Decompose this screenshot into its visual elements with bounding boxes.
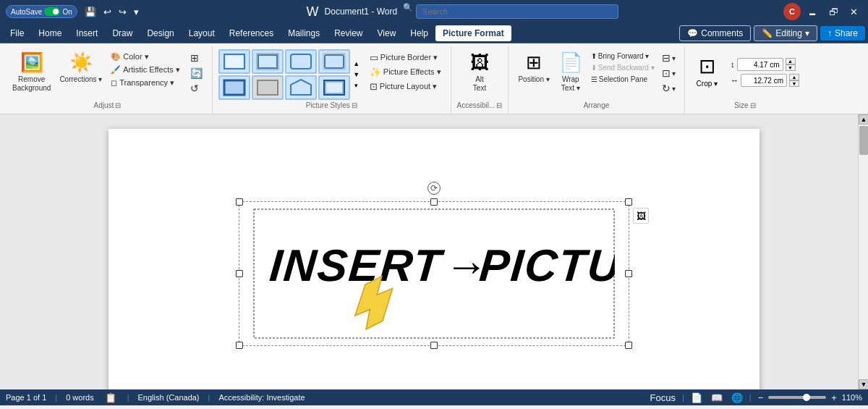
scroll-thumb[interactable] xyxy=(859,126,868,155)
menu-insert[interactable]: Insert xyxy=(69,25,105,41)
proofing-button[interactable]: 📋 xyxy=(103,392,119,403)
width-up[interactable]: ▲ xyxy=(789,74,799,80)
menu-help[interactable]: Help xyxy=(403,25,435,41)
rotate-button[interactable]: ↻ ▾ xyxy=(659,81,678,96)
ribbon: 🖼️ RemoveBackground ☀️ Corrections ▾ 🎨 C… xyxy=(0,43,868,114)
customize-qat-button[interactable]: ▾ xyxy=(131,5,142,19)
remove-background-button[interactable]: 🖼️ RemoveBackground xyxy=(9,49,54,95)
handle-br[interactable] xyxy=(625,342,632,349)
handle-tl[interactable] xyxy=(236,198,243,206)
width-input[interactable] xyxy=(741,74,787,87)
bring-forward-button[interactable]: ⬆ Bring Forward ▾ xyxy=(588,51,658,62)
menu-file[interactable]: File xyxy=(3,25,31,41)
save-button[interactable]: 💾 xyxy=(82,5,99,19)
gallery-scroll-down[interactable]: ▼ xyxy=(352,69,362,80)
vertical-scrollbar[interactable]: ▲ ▼ xyxy=(858,114,868,389)
picture-styles-label: Picture Styles ⊟ xyxy=(306,100,357,111)
autosave-toggle[interactable] xyxy=(44,7,60,16)
share-button[interactable]: ↑ Share xyxy=(820,26,865,41)
send-backward-button[interactable]: ⬇ Send Backward ▾ xyxy=(588,62,658,73)
align-button[interactable]: ⊟ ▾ xyxy=(659,51,678,65)
page-view-button[interactable]: 📄 xyxy=(689,392,705,403)
menu-references[interactable]: References xyxy=(222,25,281,41)
handle-tm[interactable] xyxy=(430,198,438,206)
reset-picture-button[interactable]: ↺ xyxy=(187,81,206,96)
menu-view[interactable]: View xyxy=(370,25,404,41)
rotate-handle[interactable]: ⟳ xyxy=(427,182,441,195)
menu-draw[interactable]: Draw xyxy=(105,25,140,41)
zoom-in-button[interactable]: + xyxy=(829,392,839,403)
scroll-up-arrow[interactable]: ▲ xyxy=(859,114,868,125)
handle-mr[interactable] xyxy=(625,270,632,277)
position-button[interactable]: ⊞ Position ▾ xyxy=(514,49,553,86)
web-view-button[interactable]: 🌐 xyxy=(729,392,745,403)
picture-layout-button[interactable]: ⊡ Picture Layout ▾ xyxy=(366,80,445,93)
corrections-button[interactable]: ☀️ Corrections ▾ xyxy=(56,49,106,86)
change-picture-button[interactable]: 🔄 xyxy=(187,66,206,80)
handle-bm[interactable] xyxy=(430,342,438,349)
artistic-effects-button[interactable]: 🖌️ Artistic Effects ▾ xyxy=(107,64,184,76)
group-button[interactable]: ⊡ ▾ xyxy=(659,66,678,80)
undo-button[interactable]: ↩ xyxy=(101,5,114,19)
picture-border-button[interactable]: ▭ Picture Border ▾ xyxy=(366,51,445,64)
autosave-button[interactable]: AutoSave On xyxy=(6,5,77,18)
style-thumb-4[interactable] xyxy=(318,49,350,74)
menu-design[interactable]: Design xyxy=(140,25,181,41)
compress-pictures-button[interactable]: ⊞ xyxy=(187,51,206,65)
layout-tag-button[interactable]: 🖼 xyxy=(633,208,649,224)
scroll-down-arrow[interactable]: ▼ xyxy=(859,379,868,389)
style-thumb-3[interactable] xyxy=(285,49,317,74)
handle-ml[interactable] xyxy=(236,270,243,277)
zoom-out-button[interactable]: − xyxy=(756,392,766,403)
selection-pane-button[interactable]: ☰ Selection Pane xyxy=(588,74,658,85)
height-down[interactable]: ▼ xyxy=(786,64,796,71)
redo-button[interactable]: ↪ xyxy=(116,5,129,19)
restore-button[interactable]: 🗗 xyxy=(825,5,843,19)
svg-rect-4 xyxy=(291,54,311,69)
transparency-button[interactable]: ◻ Transparency ▾ xyxy=(107,77,184,89)
width-down[interactable]: ▼ xyxy=(789,80,799,87)
height-up[interactable]: ▲ xyxy=(786,58,796,64)
gallery-expand[interactable]: ▾ xyxy=(352,80,362,90)
style-thumb-6[interactable] xyxy=(252,75,284,100)
size-expand-icon[interactable]: ⊟ xyxy=(750,101,756,109)
position-icon: ⊞ xyxy=(526,51,542,74)
image-container[interactable]: ⟳ INSERT → xyxy=(239,201,629,346)
zoom-thumb[interactable] xyxy=(803,394,810,401)
focus-button[interactable]: Focus xyxy=(648,392,678,403)
style-thumb-5[interactable] xyxy=(218,75,250,100)
picture-styles-expand-icon[interactable]: ⊟ xyxy=(352,101,357,109)
menu-layout[interactable]: Layout xyxy=(182,25,222,41)
height-input[interactable] xyxy=(737,58,783,71)
gallery-scroll-up[interactable]: ▲ xyxy=(352,59,362,69)
accessibility-expand-icon[interactable]: ⊟ xyxy=(496,101,502,109)
style-thumb-2[interactable] xyxy=(252,49,284,74)
minimize-button[interactable]: 🗕 xyxy=(804,5,822,19)
adjust-expand-icon[interactable]: ⊟ xyxy=(115,101,121,109)
alt-text-button[interactable]: 🖼 AltText xyxy=(464,49,495,95)
status-bar: Page 1 of 1 | 0 words 📋 | English (Canad… xyxy=(0,389,868,405)
crop-button[interactable]: ⊡ Crop ▾ xyxy=(691,52,723,90)
word-icon: W xyxy=(307,4,319,20)
read-mode-button[interactable]: 📖 xyxy=(709,392,725,403)
handle-tr[interactable] xyxy=(625,198,632,206)
style-thumb-7[interactable] xyxy=(285,75,317,100)
style-thumb-8[interactable] xyxy=(318,75,350,100)
menu-home[interactable]: Home xyxy=(31,25,69,41)
comments-button[interactable]: 💬 Comments xyxy=(679,25,751,41)
editing-button[interactable]: ✏️ Editing ▾ xyxy=(754,25,817,41)
style-thumb-1[interactable] xyxy=(218,49,250,74)
color-button[interactable]: 🎨 Color ▾ xyxy=(107,51,184,63)
close-button[interactable]: ✕ xyxy=(846,5,862,19)
menu-picture-format[interactable]: Picture Format xyxy=(435,25,511,41)
status-right: Focus | 📄 📖 🌐 | − + 110% xyxy=(648,392,862,403)
search-input[interactable] xyxy=(416,4,618,19)
wrap-text-button[interactable]: 📄 WrapText ▾ xyxy=(555,49,587,95)
handle-bl[interactable] xyxy=(236,342,243,349)
zoom-slider[interactable] xyxy=(768,396,826,399)
picture-border-label: Picture Border ▾ xyxy=(380,53,438,62)
picture-effects-button[interactable]: ✨ Picture Effects ▾ xyxy=(366,65,445,79)
menu-review[interactable]: Review xyxy=(327,25,370,41)
title-bar-left: AutoSave On 💾 ↩ ↪ ▾ xyxy=(6,5,142,19)
menu-mailings[interactable]: Mailings xyxy=(281,25,327,41)
